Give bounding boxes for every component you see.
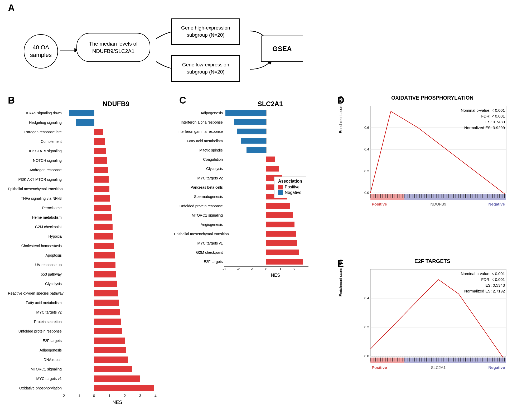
svg-text:0.2: 0.2 (364, 169, 369, 173)
bar-label-c: Pancreas beta cells (174, 185, 224, 189)
bar-label: Peroxisome (8, 206, 63, 210)
bar-track-c (224, 166, 308, 172)
bar-track-c (224, 222, 308, 227)
bar-fill-c (266, 203, 290, 209)
bar-row: Adipogenesis (8, 345, 171, 355)
bar-track (63, 309, 156, 315)
bar-label-c: Interferon alpha response (174, 120, 224, 124)
bar-fill (94, 309, 120, 315)
bar-row: Angiogenesis (174, 220, 327, 229)
bar-fill-c (266, 259, 303, 265)
bar-track (63, 385, 156, 391)
bar-track (63, 205, 156, 211)
bar-row: Androgen response (8, 165, 171, 175)
bar-label-c: Fatty acid metabolism (174, 139, 224, 143)
bar-row: G2M checkpoint (8, 222, 171, 232)
bar-label: Apoptosis (8, 253, 63, 257)
bar-fill (94, 366, 133, 372)
bar-track (63, 366, 156, 372)
bar-label: Epithelial mesenchymal transition (8, 187, 63, 191)
bar-row: MYC targets v1 (8, 374, 171, 383)
bar-label: Heme metabolism (8, 215, 63, 219)
bar-row: Fatty acid metabolism (8, 298, 171, 307)
bar-row: Unfolded protein response (174, 201, 327, 211)
bar-row: IL2 STAT5 signaling (8, 146, 171, 156)
bar-label-c: Interferon gamma response (174, 129, 224, 134)
panel-c-title: SLC2A1 (214, 100, 327, 108)
bar-fill-c (241, 138, 266, 144)
bar-label-c: Coagulation (174, 157, 224, 162)
bar-track (63, 356, 156, 363)
bar-row: TNFa signaling via NFkB (8, 194, 171, 203)
bar-label-c: G2M checkpoint (174, 250, 224, 255)
bar-track-c (224, 250, 308, 255)
bar-fill (94, 243, 114, 249)
bar-label: Fatty acid metabolism (8, 301, 63, 305)
flow-rect-gsea: GSEA (261, 36, 303, 62)
legend-item: Negative (278, 190, 302, 195)
bar-track (63, 195, 156, 201)
bar-fill (94, 300, 119, 306)
bar-row: Fatty acid metabolism (174, 136, 327, 145)
bar-track-c (224, 203, 308, 209)
bar-row: p53 pathway (8, 270, 171, 279)
bar-label: E2F targets (8, 339, 63, 343)
bar-fill (94, 157, 107, 163)
bar-row: Hypoxia (8, 232, 171, 241)
x-axis-b: -2-101234 (63, 393, 171, 399)
bar-fill (94, 385, 154, 391)
bar-row: Cholesterol homeostasis (8, 241, 171, 251)
bar-row: Epithelial mesenchymal transition (174, 229, 327, 238)
bar-label: Adipogenesis (8, 348, 63, 352)
svg-rect-100 (370, 269, 506, 356)
bar-row: Interferon gamma response (174, 127, 327, 136)
bar-track (63, 110, 156, 116)
bar-track-c (224, 259, 308, 265)
bar-fill-c (237, 129, 266, 134)
bar-track (63, 338, 156, 344)
bar-fill (94, 148, 107, 154)
bar-row: Mitotic spindle (174, 145, 327, 155)
bar-label: p53 pathway (8, 272, 63, 276)
bar-label: Unfolded protein response (8, 329, 63, 333)
bar-label-c: Epithelial mesenchymal transition (174, 232, 224, 236)
bar-track (63, 271, 156, 277)
bar-row: E2F targets (8, 336, 171, 345)
bar-track (63, 138, 156, 144)
bar-label: Complement (8, 139, 63, 144)
bar-label-c: Angiogenesis (174, 222, 224, 227)
bar-row: Coagulation (174, 155, 327, 164)
bar-track (63, 300, 156, 306)
svg-text:0.0: 0.0 (364, 191, 369, 195)
bar-fill (69, 110, 94, 116)
bar-label: Protein secretion (8, 320, 63, 324)
gsea-y-label: Enrichment score (ES) (339, 94, 343, 136)
bar-label-c: Adipogenesis (174, 111, 224, 115)
panel-b: NDUFB9KRAS signaling downHedgehog signal… (8, 100, 171, 406)
bar-row: PI3K AKT MTOR signaling (8, 175, 171, 184)
bar-row: E2F targets (174, 257, 327, 266)
bar-fill-c (225, 110, 266, 116)
bar-fill (94, 167, 108, 173)
bar-track-c (224, 110, 308, 116)
bar-row: Hedgehog signaling (8, 118, 171, 127)
svg-text:Nominal p-value: < 0.001: Nominal p-value: < 0.001 (461, 108, 505, 113)
bar-fill-c (266, 157, 275, 162)
bar-fill (94, 356, 128, 363)
bar-label: IL2 STAT5 signaling (8, 149, 63, 153)
bar-track (63, 262, 156, 268)
panel-c: SLC2A1AdipogenesisInterferon alpha respo… (174, 100, 327, 285)
bar-fill-c (247, 147, 266, 153)
bar-track (63, 319, 156, 325)
bar-track (63, 328, 156, 334)
bar-row: MTORC1 signaling (8, 364, 171, 374)
svg-text:Negative: Negative (488, 202, 505, 206)
bar-row: KRAS signaling down (8, 108, 171, 118)
svg-text:FDR: < 0.001: FDR: < 0.001 (481, 277, 505, 282)
svg-text:SLC2A1: SLC2A1 (431, 365, 446, 370)
bar-track (63, 157, 156, 163)
bar-label: MYC targets v1 (8, 377, 63, 381)
bar-row: DNA repair (8, 355, 171, 364)
bar-row: MYC targets v2 (8, 307, 171, 317)
panel-d: OXIDATIVE PHOSPHORYLATIONEnrichment scor… (340, 95, 509, 248)
